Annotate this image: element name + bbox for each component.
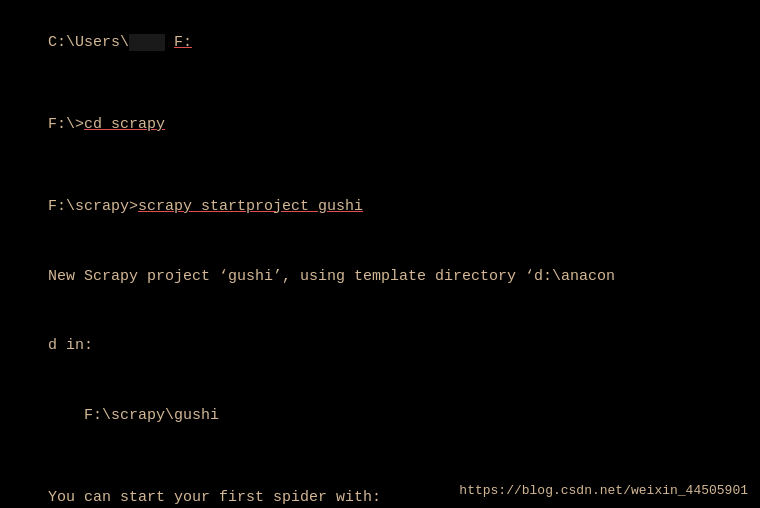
cmd-2: cd scrapy (84, 116, 165, 133)
blank-3 (12, 451, 748, 463)
arrow (165, 34, 174, 51)
line-5: d in: (12, 311, 748, 381)
bottom-url: https://blog.csdn.net/weixin_44505901 (459, 483, 748, 498)
line-2: F:\>cd scrapy (12, 90, 748, 160)
drive-letter: F: (174, 34, 192, 51)
line-6: F:\scrapy\gushi (12, 381, 748, 451)
output-6: F:\scrapy\gushi (48, 407, 219, 424)
blank-2 (12, 160, 748, 172)
hidden-user: user (129, 34, 165, 51)
cmd-3: scrapy startproject gushi (138, 198, 363, 215)
prompt-3: F:\scrapy> (48, 198, 138, 215)
line-4: New Scrapy project ‘gushi’, using templa… (12, 241, 748, 311)
path-prefix: C:\Users\ (48, 34, 129, 51)
line-3: F:\scrapy>scrapy startproject gushi (12, 172, 748, 242)
terminal-window: C:\Users\user F: F:\>cd scrapy F:\scrapy… (0, 0, 760, 508)
line-1: C:\Users\user F: (12, 8, 748, 78)
output-4: New Scrapy project ‘gushi’, using templa… (48, 268, 615, 285)
blank-1 (12, 78, 748, 90)
prompt-2: F:\> (48, 116, 84, 133)
output-7: You can start your first spider with: (48, 489, 381, 506)
output-5: d in: (48, 337, 93, 354)
